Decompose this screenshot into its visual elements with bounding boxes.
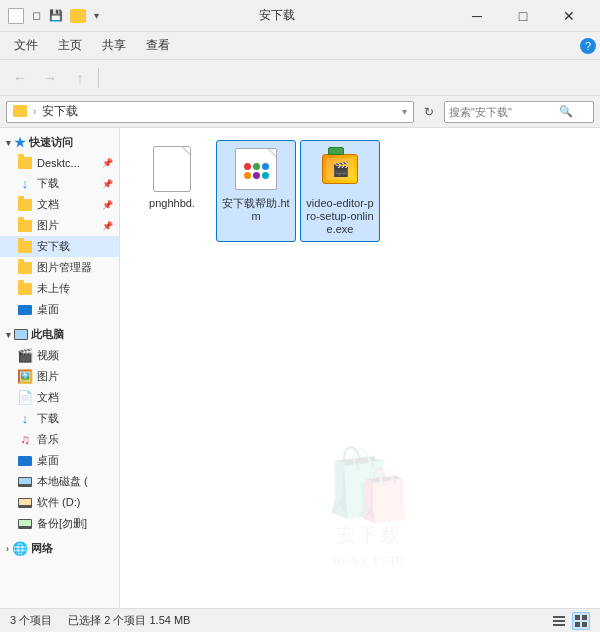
forward-button[interactable]: → (36, 64, 64, 92)
menu-share[interactable]: 共享 (92, 33, 136, 58)
htm-file-icon (235, 148, 277, 190)
file-item-pnghhbd[interactable]: pnghhbd. (132, 140, 212, 242)
quick-access-star-icon: ★ (14, 135, 26, 150)
desktop2-icon (18, 303, 32, 317)
toolbar-separator-1 (98, 68, 99, 88)
svg-rect-5 (575, 622, 580, 627)
status-view-icons (550, 612, 590, 630)
file-label-pnghhbd: pnghhbd. (149, 197, 195, 210)
large-icons-view-icon (574, 614, 588, 628)
menu-view[interactable]: 查看 (136, 33, 180, 58)
backup-disk-icon (18, 517, 32, 531)
sidebar-label-desktop-quick: Desktc... (37, 157, 80, 169)
sidebar-label-pictures-pc: 图片 (37, 369, 59, 384)
video-folder-icon: 🎬 (18, 349, 32, 363)
circle-blue-1 (262, 163, 269, 170)
folder-icon (70, 9, 86, 23)
watermark: 🛍️ 安下载 anxz.com (325, 450, 412, 568)
view-large-icons-button[interactable] (572, 612, 590, 630)
pin-icon-download: 📌 (102, 179, 113, 189)
sidebar-label-desktop2: 桌面 (37, 302, 59, 317)
menu-file[interactable]: 文件 (4, 33, 48, 58)
circle-purple-1 (253, 172, 260, 179)
sidebar-item-download-quick[interactable]: ↓ 下载 📌 (0, 173, 119, 194)
sidebar-section-network[interactable]: › 🌐 网络 (0, 538, 119, 559)
breadcrumb-folder-icon (13, 104, 27, 119)
photos-icon-quick (18, 219, 32, 233)
sidebar-label-photos-quick: 图片 (37, 218, 59, 233)
file-item-exe[interactable]: 🎬 video-editor-pro-setup-online.exe (300, 140, 380, 242)
main-container: ▾ ★ 快速访问 Desktc... 📌 ↓ 下载 📌 文档 📌 (0, 128, 600, 608)
blank-file-icon (153, 146, 191, 192)
breadcrumb-arrow: › (33, 106, 36, 117)
quick-access-icon[interactable]: ◻ (28, 8, 44, 24)
close-button[interactable]: ✕ (546, 0, 592, 32)
sidebar-label-photo-manager: 图片管理器 (37, 260, 92, 275)
sidebar-item-docs-pc[interactable]: 📄 文档 (0, 387, 119, 408)
minimize-button[interactable]: ─ (454, 0, 500, 32)
sidebar-item-soft-disk[interactable]: 软件 (D:) (0, 492, 119, 513)
sidebar-item-anxiazai[interactable]: 安下载 (0, 236, 119, 257)
sidebar-label-video: 视频 (37, 348, 59, 363)
sidebar-item-local-disk[interactable]: 本地磁盘 ( (0, 471, 119, 492)
sidebar-item-docs-quick[interactable]: 文档 📌 (0, 194, 119, 215)
search-icon[interactable]: 🔍 (559, 105, 573, 118)
sidebar-item-backup-disk[interactable]: 备份[勿删] (0, 513, 119, 534)
file-item-htm[interactable]: 安下载帮助.htm (216, 140, 296, 242)
sidebar-item-download-pc[interactable]: ↓ 下载 (0, 408, 119, 429)
up-button[interactable]: ↑ (66, 64, 94, 92)
svg-rect-0 (553, 616, 565, 618)
folder-icon-desktop-quick (18, 156, 32, 170)
status-bar: 3 个项目 已选择 2 个项目 1.54 MB (0, 608, 600, 632)
quick-access-label: 快速访问 (29, 135, 73, 150)
file-icon-exe: 🎬 (316, 145, 364, 193)
photo-manager-icon (18, 261, 32, 275)
refresh-button[interactable]: ↻ (418, 101, 440, 123)
menu-bar: 文件 主页 共享 查看 ? (0, 32, 600, 60)
window-title: 安下载 (99, 7, 454, 24)
watermark-subtext: anxz.com (333, 551, 405, 568)
search-box: 🔍 (444, 101, 594, 123)
status-selected: 已选择 2 个项目 1.54 MB (68, 613, 190, 628)
this-pc-label: 此电脑 (31, 327, 64, 342)
sidebar-item-photos-quick[interactable]: 图片 📌 (0, 215, 119, 236)
address-bar: › 安下载 ▾ ↻ 🔍 (0, 96, 600, 128)
sidebar-item-desktop-pc[interactable]: 桌面 (0, 450, 119, 471)
files-container: pnghhbd. (128, 136, 592, 246)
sidebar-label-download-pc: 下载 (37, 411, 59, 426)
search-input[interactable] (449, 106, 559, 118)
sidebar-label-anxiazai: 安下载 (37, 239, 70, 254)
help-button[interactable]: ? (580, 38, 596, 54)
exe-icon-cap (328, 147, 344, 155)
music-pc-icon: ♫ (18, 433, 32, 447)
circle-cyan-1 (262, 172, 269, 179)
address-path[interactable]: › 安下载 ▾ (6, 101, 414, 123)
content-area: 🛍️ 安下载 anxz.com pnghhbd. (120, 128, 600, 608)
sidebar-item-photo-manager[interactable]: 图片管理器 (0, 257, 119, 278)
circle-red-1 (244, 163, 251, 170)
anxiazai-folder-icon (18, 240, 32, 254)
sidebar-item-desktop2[interactable]: 桌面 (0, 299, 119, 320)
sidebar-item-video[interactable]: 🎬 视频 (0, 345, 119, 366)
sidebar-section-this-pc[interactable]: ▾ 此电脑 (0, 324, 119, 345)
svg-rect-6 (582, 622, 587, 627)
pin-icon-desktop: 📌 (102, 158, 113, 168)
view-details-button[interactable] (550, 612, 568, 630)
download-pc-icon: ↓ (18, 412, 32, 426)
title-bar-icons: ◻ 💾 ▾ (8, 8, 99, 24)
toolbar: ← → ↑ (0, 60, 600, 96)
quick-access-arrow: ▾ (6, 138, 11, 148)
back-button[interactable]: ← (6, 64, 34, 92)
sidebar-item-desktop-quick[interactable]: Desktc... 📌 (0, 153, 119, 173)
sidebar-label-desktop-pc: 桌面 (37, 453, 59, 468)
sidebar-label-unuploaded: 未上传 (37, 281, 70, 296)
address-dropdown[interactable]: ▾ (402, 106, 407, 117)
sidebar-label-music-pc: 音乐 (37, 432, 59, 447)
sidebar-item-pictures-pc[interactable]: 🖼️ 图片 (0, 366, 119, 387)
sidebar-section-quick-access[interactable]: ▾ ★ 快速访问 (0, 132, 119, 153)
sidebar-item-unuploaded[interactable]: 未上传 (0, 278, 119, 299)
maximize-button[interactable]: □ (500, 0, 546, 32)
save-icon[interactable]: 💾 (48, 8, 64, 24)
sidebar-item-music-pc[interactable]: ♫ 音乐 (0, 429, 119, 450)
menu-home[interactable]: 主页 (48, 33, 92, 58)
